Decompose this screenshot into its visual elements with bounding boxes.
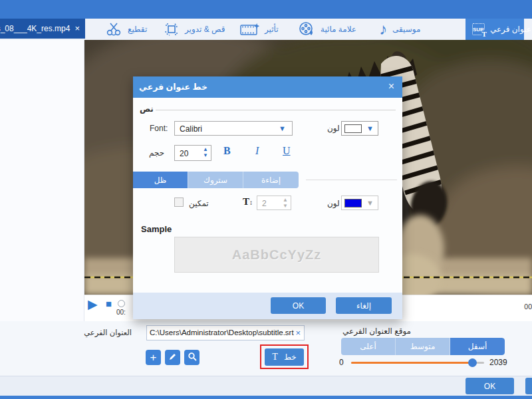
spin-down-icon: ▼ xyxy=(283,203,288,209)
dialog-header: خط عنوان فرعي × xyxy=(133,76,402,98)
toolbar-item-label: تأثير xyxy=(265,25,279,34)
size-label: حجم xyxy=(149,148,164,158)
font-button-label: خط xyxy=(284,352,297,362)
tab-stroke[interactable]: ستروك xyxy=(188,172,243,188)
dialog-footer: OK إلغاء xyxy=(133,293,402,319)
slider-min-label: 0 xyxy=(339,358,344,367)
position-slider-track[interactable] xyxy=(351,362,484,364)
underline-button[interactable]: U xyxy=(283,145,291,157)
text-color-picker[interactable]: ▼ xyxy=(341,121,378,136)
tab-close-icon[interactable]: × xyxy=(74,23,80,33)
text-section-label: نص xyxy=(140,104,154,114)
seek-slider-thumb[interactable] xyxy=(118,300,125,307)
clear-path-icon[interactable]: × xyxy=(295,328,301,338)
toolbar-item-label: عنوان فرعي xyxy=(490,25,531,34)
font-size-spinner[interactable]: 20 ▲▼ xyxy=(174,145,211,161)
toolbar-item-label: موسيقى xyxy=(392,25,420,34)
stop-icon[interactable]: ■ xyxy=(106,298,112,309)
subtitle-path-field[interactable]: C:\Users\Administrator\Desktop\subtitle.… xyxy=(146,325,305,340)
titlebar xyxy=(0,0,532,19)
outline-width-icon: T↕ xyxy=(243,196,253,207)
sample-preview-box: AaBbCcYyZz xyxy=(174,237,379,273)
toolbar-item-effect[interactable]: تأثير xyxy=(239,19,279,40)
subtitle-sub-icon: SUB T xyxy=(472,23,485,35)
outline-color-picker[interactable]: ▼ xyxy=(341,196,378,210)
font-size-value: 20 xyxy=(180,149,188,158)
film-reel-icon xyxy=(298,21,315,38)
toolbar-item-crop-rotate[interactable]: قص & تدوير xyxy=(164,19,225,40)
font-button-highlight: T خط xyxy=(260,344,309,369)
outline-color-swatch xyxy=(344,199,362,207)
outline-width-spinner[interactable]: 2 ▲▼ xyxy=(257,196,291,210)
font-family-dropdown[interactable]: Calibri ▼ xyxy=(174,121,293,136)
add-subtitle-button[interactable]: + xyxy=(146,350,161,365)
enable-checkbox[interactable] xyxy=(174,198,184,207)
position-slider-thumb[interactable] xyxy=(468,358,477,367)
chevron-down-icon: ▼ xyxy=(279,124,286,132)
position-top-button[interactable]: أعلى xyxy=(341,338,396,355)
filmstrip-star-icon xyxy=(239,21,259,37)
dialog-close-icon[interactable]: × xyxy=(388,80,394,92)
outline-width-value: 2 xyxy=(262,199,267,208)
file-tab[interactable]: als_08___4K_res.mp4× xyxy=(0,19,85,39)
font-label: Font: xyxy=(150,124,168,133)
text-color-swatch xyxy=(344,124,362,133)
chevron-down-icon: ▼ xyxy=(366,124,374,132)
partial-button-edge[interactable] xyxy=(525,378,532,394)
file-tab-label: als_08___4K_res.mp4 xyxy=(0,24,70,33)
music-note-icon: ♪ xyxy=(379,21,387,37)
tabs-divider xyxy=(306,180,397,180)
tab-glow[interactable]: إضاءة xyxy=(243,172,299,188)
toolbar: als_08___4K_res.mp4× تقطيع قص & تدوير تأ… xyxy=(0,19,532,40)
toolbar-item-subtitle[interactable]: SUB T عنوان فرعي xyxy=(466,19,524,40)
edit-subtitle-button[interactable] xyxy=(165,350,180,365)
search-icon xyxy=(188,352,197,363)
subtitle-position-segment: أعلى متوسط أسفل xyxy=(341,338,505,355)
enable-label: تمكين xyxy=(189,199,209,208)
effect-tabs: ظل ستروك إضاءة xyxy=(133,172,299,188)
position-bottom-button[interactable]: أسفل xyxy=(450,338,505,355)
play-icon[interactable]: ▶ xyxy=(88,297,98,312)
outline-color-label: لون xyxy=(327,199,340,208)
toolbar-item-trim[interactable]: تقطيع xyxy=(105,19,147,40)
toolbar-item-label: علامة مائية xyxy=(321,25,356,34)
sample-preview-text: AaBbCcYyZz xyxy=(232,247,321,263)
crop-rotate-icon xyxy=(164,21,180,37)
toolbar-item-watermark[interactable]: علامة مائية xyxy=(298,19,356,40)
chevron-down-icon: ▼ xyxy=(366,199,374,207)
subtitle-settings-panel: العنوان الفرعي C:\Users\Administrator\De… xyxy=(0,321,532,376)
time-elapsed: 00: xyxy=(116,309,126,316)
toolbar-item-music[interactable]: ♪ موسيقى xyxy=(379,19,420,40)
scissors-icon xyxy=(105,21,122,37)
tab-shadow[interactable]: ظل xyxy=(133,172,188,188)
spin-up-icon[interactable]: ▲ xyxy=(203,146,208,152)
bold-button[interactable]: B xyxy=(223,145,231,157)
action-bar: OK xyxy=(0,376,532,396)
text-color-label: لون xyxy=(327,124,340,133)
apply-ok-button[interactable]: OK xyxy=(466,378,514,394)
subtitle-position-label: موقع العنوان الفرعي xyxy=(342,327,411,336)
plus-icon: + xyxy=(150,351,157,364)
window-bottom-strip xyxy=(0,396,532,399)
subtitle-font-button[interactable]: T خط xyxy=(265,348,304,366)
subtitle-file-label: العنوان الفرعي xyxy=(84,328,132,337)
spin-up-icon: ▲ xyxy=(283,197,288,203)
toolbar-item-label: قص & تدوير xyxy=(185,25,225,34)
spin-down-icon[interactable]: ▼ xyxy=(203,152,208,158)
time-total: 00 xyxy=(524,303,532,311)
italic-button[interactable]: I xyxy=(255,145,259,157)
search-subtitle-button[interactable] xyxy=(184,350,200,365)
position-middle-button[interactable]: متوسط xyxy=(396,338,450,355)
dialog-ok-button[interactable]: OK xyxy=(271,297,326,314)
dialog-title: خط عنوان فرعي xyxy=(139,82,207,92)
font-t-glyph: T xyxy=(272,352,278,362)
toolbar-item-label: تقطيع xyxy=(128,25,147,34)
pencil-icon xyxy=(168,352,177,363)
subtitle-path-value: C:\Users\Administrator\Desktop\subtitle.… xyxy=(150,329,294,336)
sample-label: Sample xyxy=(141,224,172,234)
position-slider-fill xyxy=(351,362,472,364)
section-divider xyxy=(156,110,396,110)
dialog-cancel-button[interactable]: إلغاء xyxy=(336,297,392,314)
slider-max-label: 2039 xyxy=(489,358,507,367)
subtitle-font-dialog: خط عنوان فرعي × نص Font: Calibri ▼ لون ▼… xyxy=(133,76,402,319)
